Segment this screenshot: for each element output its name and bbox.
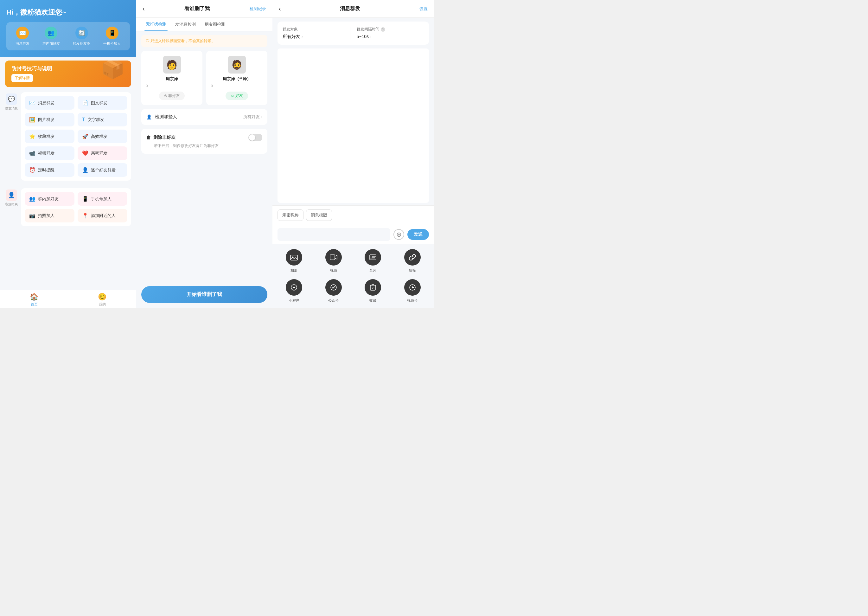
menu-item-timed[interactable]: ⏰ 定时提醒 <box>25 163 74 177</box>
customer-menu: 👥 群内加好友 📱 手机号加人 📷 拍照加人 📍 添加附近的人 <box>21 188 131 226</box>
add-content-button[interactable]: ⊕ <box>394 229 404 240</box>
video-channel-icon <box>404 279 421 295</box>
input-row: ⊕ 发送 <box>272 225 434 244</box>
target-value-row: 所有好友 › <box>283 34 350 39</box>
menu-item-label-0: 消息群发 <box>38 100 55 106</box>
intimate-nickname-button[interactable]: 亲密昵称 <box>278 209 303 221</box>
promo-banner: 防封号技巧与说明 了解详情 📦 <box>5 61 131 87</box>
image-broadcast-icon: 🖼️ <box>29 116 36 123</box>
right-panel: ‹ 消息群发 设置 群发对象 所有好友 › 群发间隔时间 ? 5~10s › <box>272 0 434 308</box>
friend-status-label-0: ⊗ 非好友 <box>164 93 180 98</box>
customer-item-nearby[interactable]: 📍 添加附近的人 <box>78 209 127 222</box>
chevron-right-icon: › <box>261 115 262 119</box>
menu-item-message[interactable]: ✉️ 消息群发 <box>25 96 74 110</box>
customer-item-photo[interactable]: 📷 拍照加人 <box>25 209 74 222</box>
quick-action-phone[interactable]: 📱 手机号加人 <box>103 27 121 46</box>
quick-action-group-add[interactable]: 👥 群内加好友 <box>42 27 60 46</box>
nav-home[interactable]: 🏠 首页 <box>0 293 68 307</box>
middle-title: 看谁删了我 <box>184 5 210 12</box>
richtext-icon: 📄 <box>82 100 88 106</box>
detection-left: 👤 检测哪些人 <box>146 114 177 120</box>
tab-send-message[interactable]: 发消息检测 <box>171 18 200 31</box>
friends-compare: 🧑 周京泽 ¥ ⊗ 非好友 🧔 周京泽（**泽） ¥ ☺ 好友 <box>141 51 267 105</box>
action-album[interactable]: 相册 <box>278 249 311 273</box>
action-card[interactable]: 名片 <box>356 249 390 273</box>
svg-point-4 <box>370 256 372 258</box>
menu-item-text[interactable]: T 文字群发 <box>78 113 127 126</box>
greeting: Hi，微粉猫欢迎您~ <box>6 8 130 17</box>
customer-item-group-add[interactable]: 👥 群内加好友 <box>25 192 74 206</box>
mail-icon: ✉️ <box>16 27 29 39</box>
camera-icon: 📷 <box>29 213 36 218</box>
start-detection-button[interactable]: 开始看谁删了我 <box>141 286 267 303</box>
customer-item-label-0: 群内加好友 <box>38 196 59 202</box>
friend-detail-0: ¥ <box>146 84 197 88</box>
menu-item-video[interactable]: 📹 视频群发 <box>25 146 74 160</box>
menu-item-label-9: 逐个好友群发 <box>91 167 116 173</box>
left-panel: Hi，微粉猫欢迎您~ ✉️ 消息群发 👥 群内加好友 🔄 转发朋友圈 📱 手机号… <box>0 0 136 308</box>
middle-tabs: 无打扰检测 发消息检测 朋友圈检测 <box>136 18 272 31</box>
action-video-channel[interactable]: 视频号 <box>396 279 429 303</box>
link-label: 链接 <box>409 268 416 273</box>
official-icon <box>325 279 342 295</box>
detection-record-button[interactable]: 检测记录 <box>250 6 266 12</box>
delete-section: 🗑 删除非好友 若不开启，则仅修改好友备注为非好友 <box>141 129 267 154</box>
menu-item-individual[interactable]: 👤 逐个好友群发 <box>78 163 127 177</box>
banner-learn-button[interactable]: 了解详情 <box>11 74 33 82</box>
quick-action-forward[interactable]: 🔄 转发朋友圈 <box>73 27 90 46</box>
send-button[interactable]: 发送 <box>407 229 429 240</box>
right-settings-button[interactable]: 设置 <box>419 6 428 12</box>
friend-detail-icon-1: ¥ <box>211 84 213 88</box>
action-miniapp[interactable]: 小程序 <box>278 279 311 303</box>
customer-item-label-3: 添加附近的人 <box>91 213 116 218</box>
right-title: 消息群发 <box>340 5 360 12</box>
menu-item-richtext[interactable]: 📄 图文群发 <box>78 96 127 110</box>
friend-status-label-1: ☺ 好友 <box>231 93 243 98</box>
tab-moments[interactable]: 朋友圈检测 <box>200 18 230 31</box>
menu-item-label-1: 图文群发 <box>91 100 107 106</box>
middle-back-button[interactable]: ‹ <box>143 5 145 13</box>
menu-item-favorite[interactable]: ⭐ 收藏群发 <box>25 130 74 143</box>
quick-action-label-0: 消息群发 <box>16 41 30 46</box>
delete-toggle[interactable] <box>248 134 262 141</box>
message-template-button[interactable]: 消息模版 <box>306 209 332 221</box>
friend-avatar-0: 🧑 <box>163 56 181 74</box>
customer-section-label: 客源拓展 <box>5 202 18 207</box>
action-link[interactable]: 链接 <box>396 249 429 273</box>
menu-item-intimate[interactable]: ❤️ 亲密群发 <box>78 146 127 160</box>
svg-marker-13 <box>412 286 414 289</box>
album-icon <box>286 249 302 266</box>
interval-setting[interactable]: 群发间隔时间 ? 5~10s › <box>350 27 424 39</box>
link-icon <box>404 249 421 266</box>
home-icon: 🏠 <box>30 293 38 301</box>
banner-text: 防封号技巧与说明 <box>11 66 52 72</box>
middle-panel: ‹ 看谁删了我 检测记录 无打扰检测 发消息检测 朋友圈检测 🛡 只进入转账界面… <box>136 0 272 308</box>
menu-item-image[interactable]: 🖼️ 图片群发 <box>25 113 74 126</box>
action-official[interactable]: 公众号 <box>317 279 350 303</box>
quick-action-message[interactable]: ✉️ 消息群发 <box>16 27 30 46</box>
tab-no-disturb[interactable]: 无打扰检测 <box>141 18 171 31</box>
right-back-button[interactable]: ‹ <box>279 5 281 13</box>
target-setting[interactable]: 群发对象 所有好友 › <box>283 27 350 39</box>
menu-item-label-5: 高效群发 <box>91 134 107 140</box>
message-content-area <box>278 49 429 203</box>
banner-decoration: 📦 <box>101 61 125 80</box>
clock-icon: ⏰ <box>29 167 36 173</box>
customer-item-label-2: 拍照加人 <box>38 213 55 218</box>
target-value: 所有好友 <box>283 34 300 39</box>
action-video[interactable]: 视频 <box>317 249 350 273</box>
collect-icon <box>365 279 381 295</box>
input-section: 亲密昵称 消息模版 ⊕ 发送 <box>272 205 434 244</box>
message-input[interactable] <box>278 228 390 241</box>
nav-profile[interactable]: 😊 我的 <box>68 293 136 307</box>
menu-item-label-4: 收藏群发 <box>38 134 55 140</box>
menu-item-efficient[interactable]: 🚀 高效群发 <box>78 130 127 143</box>
friend-status-1: ☺ 好友 <box>226 91 248 100</box>
detection-section[interactable]: 👤 检测哪些人 所有好友 › <box>141 109 267 125</box>
customer-item-phone[interactable]: 📱 手机号加人 <box>78 192 127 206</box>
action-collect[interactable]: 收藏 <box>356 279 390 303</box>
broadcast-section-label: 群发消息 <box>5 106 18 111</box>
video-label: 视频 <box>330 268 337 273</box>
customer-section: 👤 客源拓展 👥 群内加好友 📱 手机号加人 📷 拍照加人 <box>5 188 131 230</box>
info-icon: ? <box>381 27 385 32</box>
